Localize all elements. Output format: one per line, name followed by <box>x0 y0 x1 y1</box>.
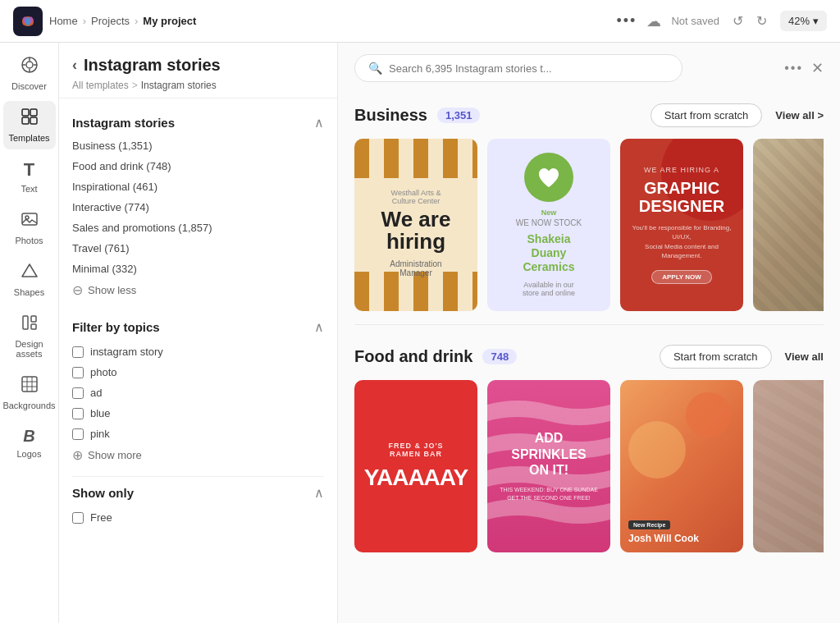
filter-topics-section: Filter by topics ∧ instagram story photo… <box>59 311 337 476</box>
breadcrumb-instagram-stories: Instagram stories <box>141 80 217 91</box>
svg-point-2 <box>26 62 33 68</box>
topics-list: instagram story photo ad blue <box>72 341 324 444</box>
category-business[interactable]: Business (1,351) <box>72 135 324 156</box>
topic-blue: blue <box>72 403 324 424</box>
ceramics-sub-text: Available in ourstore and online <box>523 281 575 297</box>
template-card-business-4[interactable] <box>753 139 824 311</box>
sidebar-item-shapes[interactable]: Shapes <box>3 255 56 304</box>
business-start-scratch-button[interactable]: Start from scratch <box>651 103 763 127</box>
topic-checkbox-ad[interactable] <box>72 387 84 399</box>
template-card-food-2[interactable]: ADDSPRINKLESON IT! THIS WEEKEND: BUY ONE… <box>487 380 610 552</box>
cloud-icon: ☁ <box>646 12 661 30</box>
redo-button[interactable]: ↻ <box>753 10 770 32</box>
sidebar-item-design-assets[interactable]: Design assets <box>3 307 56 365</box>
topic-checkbox-pink[interactable] <box>72 428 84 440</box>
food-view-all-link[interactable]: View all <box>785 350 824 363</box>
template-card-food-3[interactable]: New Recipe Josh Will Cook <box>620 380 743 552</box>
we-now-stock-text: WE NOW STOCK <box>516 218 582 227</box>
breadcrumb: Home › Projects › My project <box>49 15 610 27</box>
heart-icon <box>524 153 573 202</box>
breadcrumb-projects[interactable]: Projects <box>91 15 130 27</box>
sidebar-item-photos[interactable]: Photos <box>3 204 56 252</box>
sidebar-label-logos: Logos <box>17 449 42 459</box>
template-card-food-4[interactable] <box>753 380 824 552</box>
sidebar-label-photos: Photos <box>15 236 43 245</box>
sidebar-item-discover[interactable]: Discover <box>3 49 56 98</box>
breadcrumb-home[interactable]: Home <box>49 15 78 27</box>
ramen-bar-text: FRED & JO'SRAMEN BAR <box>388 442 443 458</box>
content-more-button[interactable]: ••• <box>784 61 803 76</box>
show-only-free: Free <box>72 507 324 528</box>
show-less-button[interactable]: ⊖ Show less <box>72 279 324 305</box>
business-count-badge: 1,351 <box>437 108 481 123</box>
template-card-business-1[interactable]: Westhall Arts &Culture Center We arehiri… <box>354 139 477 311</box>
content-actions: ••• ✕ <box>784 59 824 77</box>
breadcrumb-sep2: › <box>135 15 138 27</box>
category-food[interactable]: Food and drink (748) <box>72 156 324 176</box>
free-checkbox[interactable] <box>72 512 84 524</box>
not-saved-status: Not saved <box>671 15 719 27</box>
circle-decor-2 <box>628 421 686 479</box>
sprinkles-main-text: ADDSPRINKLESON IT! <box>511 430 587 478</box>
discover-icon <box>21 56 39 78</box>
sidebar-item-templates[interactable]: Templates <box>3 101 56 149</box>
category-minimal[interactable]: Minimal (332) <box>72 259 324 279</box>
show-only-section: Show only ∧ Free <box>59 476 337 528</box>
svg-rect-16 <box>22 377 37 392</box>
business-section-actions: Start from scratch View all > <box>651 103 824 127</box>
designer-title-text: GRAPHICDESIGNER <box>639 179 724 215</box>
panel-breadcrumb: All templates > Instagram stories <box>72 80 324 91</box>
sidebar-item-logos[interactable]: B Logos <box>3 420 56 465</box>
design-assets-icon <box>21 314 39 336</box>
apply-now-button: APPLY NOW <box>651 270 712 284</box>
svg-rect-10 <box>30 117 37 124</box>
icon-sidebar: Discover Templates T Text <box>0 43 59 623</box>
zoom-button[interactable]: 42% ▾ <box>780 11 827 31</box>
panel-back-button[interactable]: ‹ Instagram stories <box>72 56 324 75</box>
topbar: Home › Projects › My project ••• ☁ Not s… <box>0 0 840 43</box>
template-card-food-1[interactable]: FRED & JO'SRAMEN BAR YAAAAAY <box>354 380 477 552</box>
breadcrumb-all-templates[interactable]: All templates <box>72 80 129 91</box>
sidebar-label-design-assets: Design assets <box>7 339 52 359</box>
business-view-all-link[interactable]: View all > <box>775 109 824 121</box>
show-more-button[interactable]: ⊕ Show more <box>72 444 324 470</box>
svg-rect-15 <box>31 324 36 329</box>
category-inspirational[interactable]: Inspirational (461) <box>72 176 324 197</box>
sidebar-item-text[interactable]: T Text <box>3 153 56 200</box>
new-recipe-badge: New Recipe <box>628 520 670 529</box>
sidebar-label-discover: Discover <box>11 81 47 91</box>
sidebar-label-shapes: Shapes <box>14 287 44 297</box>
search-input[interactable] <box>389 62 669 75</box>
topics-toggle-icon[interactable]: ∧ <box>314 319 324 335</box>
food-start-scratch-button[interactable]: Start from scratch <box>660 345 772 369</box>
show-less-icon: ⊖ <box>72 282 83 298</box>
card-arts-text: Westhall Arts &Culture Center <box>381 189 451 205</box>
more-button[interactable]: ••• <box>617 12 637 30</box>
breadcrumb-current: My project <box>143 15 196 27</box>
panel-section-title: Instagram stories <box>72 116 175 130</box>
category-travel[interactable]: Travel (761) <box>72 238 324 259</box>
topic-checkbox-instagram[interactable] <box>72 346 84 358</box>
food-count-badge: 748 <box>482 349 517 364</box>
business-section: Business 1,351 Start from scratch View a… <box>338 90 840 318</box>
category-sales[interactable]: Sales and promotions (1,857) <box>72 218 324 238</box>
template-card-business-3[interactable]: WE ARE HIRING A GRAPHICDESIGNER You'll b… <box>620 139 743 311</box>
category-interactive[interactable]: Interactive (774) <box>72 197 324 218</box>
sidebar-label-text: Text <box>21 184 37 194</box>
topic-checkbox-blue[interactable] <box>72 408 84 419</box>
panel-body: Instagram stories ∧ Business (1,351) Foo… <box>59 98 337 623</box>
food-section: Food and drink 748 Start from scratch Vi… <box>338 332 840 559</box>
topic-label-instagram: instagram story <box>90 346 163 358</box>
show-only-toggle-icon[interactable]: ∧ <box>314 485 324 501</box>
panel-section-header: Instagram stories ∧ <box>72 108 324 135</box>
categories-toggle-icon[interactable]: ∧ <box>314 115 324 131</box>
app-logo[interactable] <box>13 7 43 36</box>
svg-rect-8 <box>30 109 37 116</box>
undo-button[interactable]: ↺ <box>729 10 746 32</box>
content-close-button[interactable]: ✕ <box>811 59 824 77</box>
template-card-business-2[interactable]: New WE NOW STOCK ShakeiaDuanyCeramics Av… <box>487 139 610 311</box>
ceramics-main-text: ShakeiaDuanyCeramics <box>523 232 574 273</box>
topic-checkbox-photo[interactable] <box>72 367 84 378</box>
zoom-level: 42% <box>788 15 810 27</box>
sidebar-item-backgrounds[interactable]: Backgrounds <box>3 369 56 417</box>
